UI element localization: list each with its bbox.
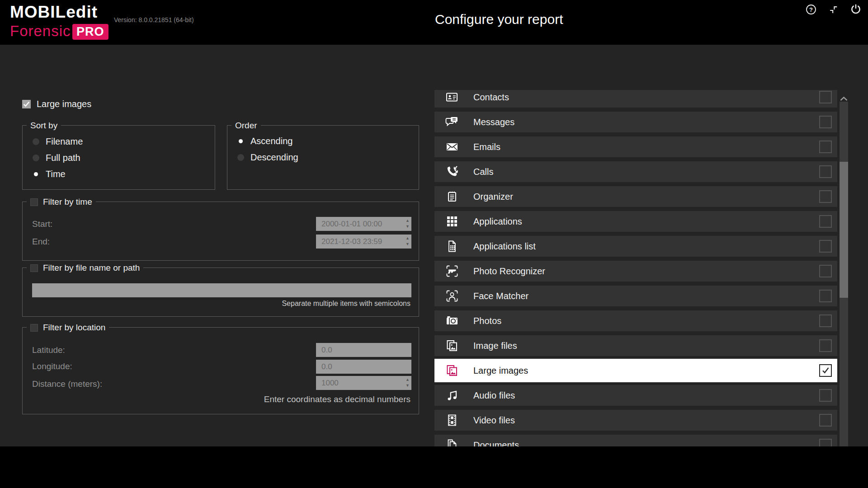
list-item-label: Organizer [473, 192, 513, 202]
list-item-audio-files[interactable]: Audio files [434, 385, 837, 406]
radio-label: Filename [46, 136, 83, 147]
filter-by-time-group: Filter by time Start:2000-01-01 00:00▲▼E… [22, 202, 419, 261]
field-label: Distance (meters): [32, 379, 102, 389]
radio-option-ascending[interactable]: Ascending [237, 135, 292, 147]
radio-unselected-icon[interactable] [237, 154, 244, 161]
file-name-filter-input[interactable] [32, 283, 411, 297]
list-item-contacts[interactable]: Contacts [434, 90, 837, 108]
item-checkbox[interactable] [819, 165, 832, 178]
checked-checkbox-icon[interactable] [22, 100, 31, 108]
list-item-messages[interactable]: Messages [434, 112, 837, 132]
field-input[interactable]: 0.0 [316, 360, 411, 374]
field-value: 0.0 [321, 362, 332, 371]
filter-by-time-label: Filter by time [43, 197, 92, 207]
item-checkbox[interactable] [819, 290, 832, 302]
list-item-image-files[interactable]: Image files [434, 335, 837, 356]
restore-window-icon[interactable] [829, 5, 839, 15]
filter-by-location-group: Filter by location Latitude:0.0Longitude… [22, 327, 419, 414]
field-label: End: [32, 237, 50, 247]
list-item-calls[interactable]: Calls [434, 161, 837, 182]
list-item-label: Image files [473, 341, 517, 351]
item-checkbox[interactable] [819, 339, 832, 352]
filter-by-location-checkbox[interactable] [30, 324, 38, 332]
list-item-label: Video files [473, 415, 515, 426]
field-label: Longitude: [32, 361, 72, 371]
report-sections-list: ContactsMessagesEmailsCallsOrganizerAppl… [434, 90, 837, 464]
help-icon[interactable]: ? [806, 4, 816, 15]
radio-option-filename[interactable]: Filename [33, 136, 83, 147]
mobiledit-window: MOBILedit Forensic PRO Version: 8.0.0.21… [0, 0, 868, 488]
item-checkbox[interactable] [819, 91, 832, 103]
field-label: Latitude: [32, 345, 65, 355]
item-checkbox[interactable] [819, 364, 832, 377]
list-item-label: Contacts [473, 92, 509, 103]
item-checkbox[interactable] [819, 265, 832, 277]
filter-by-time-checkbox[interactable] [30, 198, 38, 206]
list-item-photos[interactable]: Photos [434, 310, 837, 331]
content-area: Large images Sort by FilenameFull pathTi… [0, 45, 868, 446]
scrollbar-thumb[interactable] [840, 162, 848, 298]
item-checkbox[interactable] [819, 240, 832, 253]
item-checkbox[interactable] [819, 141, 832, 153]
logo-mobiledit: MOBILedit [10, 3, 98, 22]
applications-list-icon [445, 239, 459, 253]
list-item-label: Emails [473, 142, 500, 152]
list-item-label: Applications [473, 216, 522, 227]
field-input[interactable]: 2000-01-01 00:00▲▼ [316, 217, 411, 231]
sort-by-group-label: Sort by [30, 121, 57, 131]
radio-label: Full path [46, 153, 80, 163]
item-checkbox[interactable] [819, 215, 832, 228]
large-images-icon [445, 364, 459, 377]
item-checkbox[interactable] [819, 116, 832, 128]
order-group: Order AscendingDescending [227, 125, 419, 190]
list-item-applications-list[interactable]: Applications list [434, 236, 837, 257]
list-item-large-images[interactable]: Large images [434, 359, 837, 382]
radio-unselected-icon[interactable] [33, 138, 39, 145]
list-item-label: Photos [473, 316, 501, 326]
field-value: 0.0 [321, 346, 332, 354]
item-checkbox[interactable] [819, 389, 832, 402]
contacts-icon [445, 90, 459, 104]
list-item-label: Messages [473, 117, 514, 127]
item-checkbox[interactable] [819, 314, 832, 327]
filter-by-name-group: Filter by file name or path Separate mul… [22, 267, 419, 317]
coordinates-hint: Enter coordinates as decimal numbers [264, 394, 410, 404]
list-item-applications[interactable]: Applications [434, 211, 837, 232]
list-item-video-files[interactable]: Video files [434, 410, 837, 431]
messages-icon [445, 115, 459, 129]
list-item-organizer[interactable]: Organizer [434, 186, 837, 207]
spinner-arrows-icon[interactable]: ▲▼ [406, 235, 410, 247]
radio-option-descending[interactable]: Descending [237, 151, 298, 163]
spinner-arrows-icon[interactable]: ▲▼ [406, 218, 410, 230]
svg-text:?: ? [809, 6, 813, 13]
photos-icon [445, 314, 459, 328]
scroll-up-icon[interactable] [840, 95, 848, 102]
semicolon-hint: Separate multiple items with semicolons [282, 300, 410, 308]
item-checkbox[interactable] [819, 414, 832, 427]
field-input[interactable]: 0.0 [316, 343, 411, 357]
order-group-label: Order [235, 121, 257, 131]
spinner-arrows-icon[interactable]: ▲▼ [406, 377, 410, 389]
video-files-icon [445, 413, 459, 427]
list-item-face-matcher[interactable]: Face Matcher [434, 286, 837, 306]
list-item-label: Photo Recognizer [473, 266, 545, 277]
filter-by-name-checkbox[interactable] [30, 264, 38, 272]
logo-pro-badge: PRO [72, 24, 108, 40]
radio-option-time[interactable]: Time [33, 168, 66, 180]
radio-selected-icon[interactable] [33, 171, 39, 178]
field-input[interactable]: 1000▲▼ [316, 376, 411, 390]
list-item-photo-recognizer[interactable]: Photo Recognizer [434, 261, 837, 282]
list-item-label: Large images [473, 366, 528, 376]
item-checkbox[interactable] [819, 190, 832, 203]
list-item-emails[interactable]: Emails [434, 136, 837, 157]
field-input[interactable]: 2021-12-03 23:59▲▼ [316, 235, 411, 249]
radio-selected-icon[interactable] [237, 138, 244, 145]
radio-label: Ascending [250, 136, 292, 146]
audio-files-icon [445, 389, 459, 402]
radio-unselected-icon[interactable] [33, 155, 39, 161]
power-icon[interactable] [850, 3, 862, 15]
filter-by-location-label: Filter by location [43, 323, 105, 333]
radio-label: Time [46, 169, 66, 179]
large-images-checkbox-row[interactable]: Large images [22, 99, 91, 109]
radio-option-full-path[interactable]: Full path [33, 152, 80, 164]
